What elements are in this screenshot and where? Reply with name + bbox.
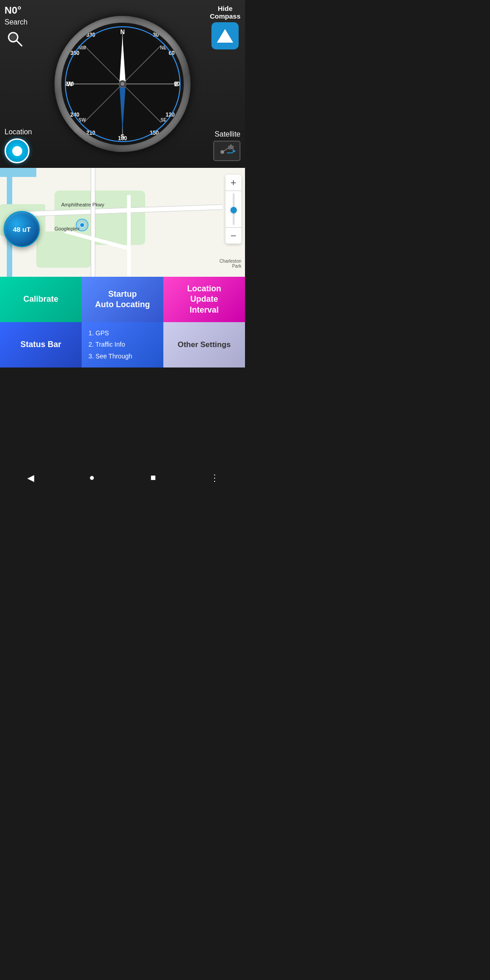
gps-item-3: 3. See Through — [88, 351, 132, 362]
marker-circle — [76, 219, 88, 231]
zoom-in-button[interactable]: + — [225, 175, 241, 191]
back-icon: ◀ — [27, 472, 34, 483]
svg-marker-17 — [233, 149, 236, 153]
back-button[interactable]: ◀ — [22, 469, 40, 487]
calibrate-label: Calibrate — [23, 294, 58, 304]
zoom-thumb — [230, 207, 237, 213]
svg-marker-9 — [119, 84, 126, 132]
recents-button[interactable]: ■ — [144, 469, 162, 487]
gps-info-button[interactable]: 1. GPS 2. Traffic Info 3. See Through — [82, 322, 163, 368]
ut-reading-bubble: 48 uT — [4, 211, 40, 247]
heading-degree: ° — [17, 5, 21, 16]
map-road-vertical-2 — [127, 195, 131, 277]
map-section[interactable]: Amphitheatre Pkwy Googleplex Charleston … — [0, 168, 245, 277]
hide-compass-label: Hide — [218, 5, 233, 12]
home-button[interactable]: ● — [83, 469, 101, 487]
compass-needle-container — [61, 23, 184, 145]
zoom-out-button[interactable]: − — [225, 228, 241, 244]
map-water-top — [0, 168, 36, 177]
location-update-interval-button[interactable]: LocationUpdateInterval — [163, 277, 245, 322]
zoom-track — [233, 193, 235, 225]
svg-marker-8 — [119, 36, 126, 84]
more-button[interactable]: ⋮ — [206, 469, 224, 487]
bottom-buttons: Calibrate StartupAuto Locating LocationU… — [0, 277, 245, 368]
search-area[interactable]: Search — [5, 18, 28, 49]
svg-rect-14 — [228, 146, 234, 149]
svg-point-11 — [121, 82, 124, 86]
map-road-vertical-1 — [91, 168, 95, 277]
toggle-inner-dot — [12, 146, 22, 156]
more-icon: ⋮ — [210, 472, 219, 483]
svg-line-13 — [222, 147, 229, 152]
gps-item-1: 1. GPS — [88, 328, 132, 339]
startup-label: StartupAuto Locating — [95, 289, 150, 310]
calibrate-button[interactable]: Calibrate — [0, 277, 82, 322]
compass-inner: 330 300 270 240 210 180 150 120 90 60 30… — [61, 23, 184, 145]
compass-needle-svg — [61, 23, 184, 145]
heading-n: N — [5, 5, 12, 16]
hide-compass-icon[interactable] — [211, 22, 239, 49]
map-label-charleston: Charleston Park — [220, 259, 241, 269]
svg-point-2 — [10, 34, 16, 40]
map-label-amphitheatre: Amphitheatre Pkwy — [61, 202, 104, 207]
location-control: Location — [5, 128, 32, 163]
heading-display: N0° — [5, 5, 21, 16]
satellite-svg — [216, 143, 238, 159]
hide-compass-button[interactable]: Hide Compass — [210, 5, 240, 49]
gps-item-2: 2. Traffic Info — [88, 339, 132, 350]
home-icon: ● — [89, 472, 94, 483]
other-settings-label: Other Settings — [177, 340, 230, 350]
other-settings-button[interactable]: Other Settings — [163, 322, 245, 368]
heading-zero: 0 — [12, 5, 17, 16]
hide-compass-label2: Compass — [210, 12, 240, 20]
startup-auto-locating-button[interactable]: StartupAuto Locating — [82, 277, 163, 322]
satellite-icon[interactable] — [213, 141, 240, 161]
system-nav-bar: ◀ ● ■ ⋮ — [0, 465, 245, 490]
gps-list: 1. GPS 2. Traffic Info 3. See Through — [88, 328, 132, 362]
status-bar-button[interactable]: Status Bar — [0, 322, 82, 368]
search-label: Search — [5, 18, 28, 26]
recents-icon: ■ — [150, 472, 156, 483]
svg-marker-3 — [217, 29, 233, 43]
location-label: Location — [5, 128, 32, 136]
satellite-label: Satellite — [215, 130, 240, 138]
location-marker — [79, 222, 85, 228]
status-bar-label: Status Bar — [20, 339, 61, 350]
zoom-controls: + − — [225, 175, 241, 244]
search-icon[interactable] — [5, 29, 25, 49]
svg-line-1 — [16, 40, 22, 46]
ut-reading-text: 48 uT — [13, 225, 30, 233]
satellite-control: Satellite — [213, 130, 240, 161]
location-toggle[interactable] — [5, 138, 29, 163]
location-update-label: LocationUpdateInterval — [187, 284, 221, 315]
controls-bar: Location Satellite — [0, 128, 245, 163]
svg-marker-16 — [230, 144, 232, 146]
zoom-slider[interactable] — [225, 191, 241, 227]
compass-section: N0° Search Hide Compass 330 300 — [0, 0, 245, 168]
